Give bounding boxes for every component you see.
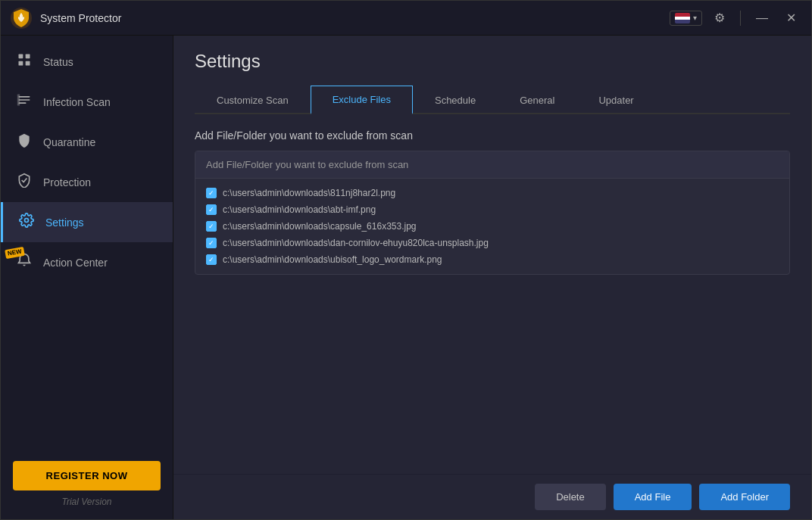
sidebar-nav: Status Infection Scan Quarantine	[1, 36, 173, 449]
sidebar-item-quarantine[interactable]: Quarantine	[1, 122, 173, 162]
svg-rect-1	[19, 54, 23, 59]
sidebar-label-action-center: Action Center	[43, 257, 108, 269]
svg-rect-2	[26, 54, 30, 59]
exclude-item-checkbox[interactable]	[206, 254, 217, 265]
tabs: Customize Scan Exclude Files Schedule Ge…	[195, 84, 790, 114]
exclude-list: c:\users\admin\downloads\811nj8har2l.png…	[195, 179, 789, 274]
section-title: Add File/Folder you want to exclude from…	[195, 129, 790, 142]
register-button[interactable]: REGISTER NOW	[13, 461, 161, 490]
svg-point-11	[25, 219, 29, 223]
trial-version-text: Trial Version	[13, 497, 161, 507]
exclude-item-path: c:\users\admin\downloads\capsule_616x353…	[223, 221, 417, 232]
settings-icon	[18, 213, 35, 232]
sidebar-item-settings[interactable]: Settings	[1, 202, 173, 242]
sidebar-label-protection: Protection	[43, 176, 91, 188]
sidebar-label-settings: Settings	[45, 216, 84, 229]
exclude-list-item[interactable]: c:\users\admin\downloads\811nj8har2l.png	[198, 185, 786, 201]
exclude-item-checkbox[interactable]	[206, 238, 217, 248]
tab-schedule[interactable]: Schedule	[413, 86, 498, 114]
add-file-button[interactable]: Add File	[614, 484, 692, 510]
exclude-box: Add File/Folder you want to exclude from…	[195, 151, 790, 275]
svg-rect-4	[26, 61, 30, 66]
content-header: Settings Customize Scan Exclude Files Sc…	[173, 36, 811, 114]
status-icon	[16, 52, 33, 71]
add-folder-button[interactable]: Add Folder	[699, 484, 790, 510]
svg-rect-3	[19, 61, 23, 66]
gear-button[interactable]: ⚙	[708, 8, 731, 28]
sidebar-label-quarantine: Quarantine	[43, 136, 95, 148]
app-title: System Protector	[40, 12, 670, 24]
close-button[interactable]: ✕	[780, 9, 802, 27]
svg-rect-6	[19, 99, 30, 101]
exclude-item-path: c:\users\admin\downloads\dan-cornilov-eh…	[223, 238, 489, 248]
sidebar-label-infection-scan: Infection Scan	[43, 96, 111, 108]
exclude-item-path: c:\users\admin\downloads\ubisoft_logo_wo…	[223, 254, 442, 265]
titlebar-controls: ▾ ⚙ — ✕	[670, 8, 802, 28]
app-window: System Protector ▾ ⚙ — ✕ Status	[0, 0, 812, 520]
sidebar: Status Infection Scan Quarantine	[1, 36, 173, 519]
exclude-list-item[interactable]: c:\users\admin\downloads\capsule_616x353…	[198, 218, 786, 235]
infection-scan-icon	[16, 92, 33, 111]
tab-general[interactable]: General	[498, 86, 576, 114]
content-body: Add File/Folder you want to exclude from…	[173, 114, 811, 474]
delete-button[interactable]: Delete	[535, 484, 606, 510]
app-logo	[10, 7, 33, 30]
exclude-item-path: c:\users\admin\downloads\abt-imf.png	[223, 204, 376, 215]
protection-icon	[16, 173, 33, 191]
page-title: Settings	[195, 51, 790, 72]
exclude-list-item[interactable]: c:\users\admin\downloads\abt-imf.png	[198, 201, 786, 218]
sidebar-bottom: REGISTER NOW Trial Version	[1, 449, 173, 519]
exclude-list-item[interactable]: c:\users\admin\downloads\ubisoft_logo_wo…	[198, 251, 786, 268]
flag-chevron-icon: ▾	[693, 14, 697, 22]
svg-rect-8	[17, 95, 20, 106]
exclude-list-item[interactable]: c:\users\admin\downloads\dan-cornilov-eh…	[198, 235, 786, 251]
exclude-item-path: c:\users\admin\downloads\811nj8har2l.png	[223, 188, 395, 198]
title-bar: System Protector ▾ ⚙ — ✕	[1, 1, 811, 36]
sidebar-item-protection[interactable]: Protection	[1, 162, 173, 202]
tab-exclude-files[interactable]: Exclude Files	[311, 86, 413, 114]
main-layout: Status Infection Scan Quarantine	[1, 36, 811, 519]
minimize-button[interactable]: —	[750, 9, 774, 27]
sidebar-item-action-center[interactable]: NEW Action Center	[1, 242, 173, 282]
exclude-item-checkbox[interactable]	[206, 204, 217, 215]
language-button[interactable]: ▾	[670, 11, 702, 26]
exclude-box-header: Add File/Folder you want to exclude from…	[195, 151, 789, 179]
content-footer: Delete Add File Add Folder	[173, 474, 811, 519]
svg-rect-5	[19, 96, 30, 98]
sidebar-item-status[interactable]: Status	[1, 42, 173, 82]
us-flag-icon	[675, 13, 690, 23]
quarantine-icon	[16, 132, 33, 151]
content-area: Settings Customize Scan Exclude Files Sc…	[173, 36, 811, 519]
sidebar-label-status: Status	[43, 56, 73, 68]
sidebar-item-infection-scan[interactable]: Infection Scan	[1, 82, 173, 122]
exclude-item-checkbox[interactable]	[206, 188, 217, 198]
tab-updater[interactable]: Updater	[576, 86, 655, 114]
titlebar-divider	[740, 11, 741, 26]
tab-customize-scan[interactable]: Customize Scan	[195, 86, 311, 114]
exclude-item-checkbox[interactable]	[206, 221, 217, 232]
